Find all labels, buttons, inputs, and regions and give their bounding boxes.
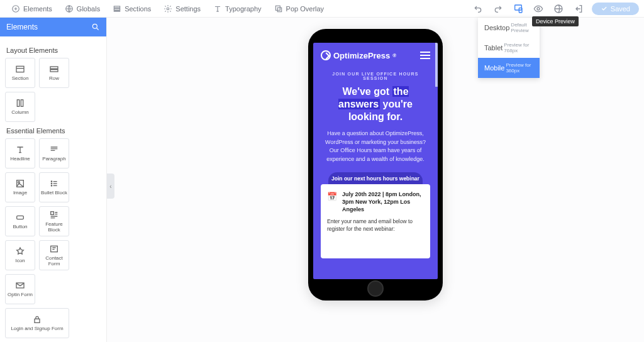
element-card[interactable]: Headline	[5, 138, 35, 168]
element-card[interactable]: Login and Signup Form	[5, 308, 69, 338]
toolbar-pop-overlay[interactable]: Pop Overlay	[268, 4, 331, 13]
type-icon	[213, 4, 222, 13]
element-card[interactable]: Column	[5, 92, 35, 122]
element-card-label: Icon	[15, 258, 25, 264]
undo-button[interactable]	[471, 2, 485, 16]
plus-circle-icon	[11, 4, 20, 13]
device-option-tablet[interactable]: Tablet Preview for 768px	[478, 38, 540, 58]
toolbar-label: Typography	[225, 5, 261, 13]
overlay-icon	[274, 4, 283, 13]
element-card[interactable]: Icon	[5, 240, 35, 270]
device-option-desktop[interactable]: Desktop Default Preview	[478, 18, 540, 38]
svg-rect-15	[50, 70, 58, 72]
svg-point-10	[537, 8, 540, 10]
element-card[interactable]: Bullet Block	[39, 172, 69, 202]
device-preview-dropdown: Device Preview Desktop Default Preview T…	[478, 18, 540, 78]
brand-logo: OptimizePress®	[321, 50, 396, 60]
elements-panel: Elements Layout ElementsSectionRowColumn…	[0, 18, 107, 342]
element-card[interactable]: Section	[5, 58, 35, 88]
svg-rect-3	[114, 8, 119, 9]
element-card[interactable]: Feature Block	[39, 206, 69, 236]
toolbar-sections[interactable]: Sections	[106, 4, 157, 13]
toolbar-typography[interactable]: Typography	[207, 4, 267, 13]
exit-button[interactable]	[572, 2, 586, 16]
svg-rect-24	[51, 211, 54, 214]
mail-icon	[15, 280, 25, 290]
globe-icon	[65, 4, 74, 13]
element-card-label: Feature Block	[41, 222, 67, 233]
element-card-label: Contact Form	[41, 256, 67, 267]
row-icon	[49, 64, 59, 74]
toolbar-globals[interactable]: Globals	[58, 4, 106, 13]
device-preview-button[interactable]	[511, 2, 525, 16]
svg-point-5	[167, 8, 170, 10]
element-card-label: Column	[11, 110, 29, 116]
panel-section-title: Layout Elements	[6, 47, 101, 54]
feature-icon	[49, 210, 59, 220]
element-card-label: Optin Form	[8, 292, 33, 298]
preview-cta-button[interactable]: Join our next hours hours webinar	[328, 172, 423, 185]
preview-button[interactable]	[531, 2, 545, 16]
publish-globe-button[interactable]	[552, 2, 565, 16]
preview-headline[interactable]: We've got the answers you're looking for…	[321, 86, 430, 123]
device-preview-tooltip: Device Preview	[532, 16, 579, 26]
hamburger-icon[interactable]	[420, 52, 430, 59]
mobile-preview-screen: OptimizePress® JOIN OUR LIVE OFFICE HOUR…	[313, 43, 438, 279]
brand-mark-icon	[321, 50, 331, 60]
paragraph-icon	[49, 145, 59, 155]
element-card-label: Paragraph	[42, 157, 65, 162]
toolbar-label: Globals	[77, 5, 100, 13]
svg-rect-17	[21, 100, 23, 107]
svg-rect-13	[16, 66, 24, 72]
image-icon	[15, 179, 25, 189]
preview-paragraph[interactable]: Have a question about OptimizePress, Wor…	[321, 130, 430, 163]
event-datetime: July 20th 2022 | 8pm London, 3pm New Yor…	[342, 190, 424, 213]
saved-label: Saved	[611, 5, 630, 13]
search-icon[interactable]	[91, 23, 100, 31]
svg-rect-4	[114, 10, 119, 11]
toolbar-elements[interactable]: Elements	[5, 4, 58, 13]
gear-icon	[164, 4, 172, 13]
element-card-label: Row	[49, 76, 59, 82]
svg-point-19	[18, 182, 20, 184]
top-toolbar: Elements Globals Sections Settings Typog…	[0, 0, 644, 18]
svg-rect-14	[50, 67, 58, 69]
element-card[interactable]: Button	[5, 206, 35, 236]
event-instructions: Enter your name and email below to regis…	[327, 218, 424, 233]
contact-icon	[49, 244, 59, 254]
element-card-label: Button	[13, 224, 27, 230]
element-card[interactable]: Optin Form	[5, 274, 35, 304]
saved-button[interactable]: Saved	[592, 3, 639, 15]
toolbar-settings[interactable]: Settings	[157, 4, 207, 13]
svg-rect-23	[17, 216, 24, 219]
column-icon	[15, 98, 25, 108]
svg-point-21	[51, 183, 52, 184]
lock-icon	[32, 314, 42, 324]
redo-button[interactable]	[491, 2, 505, 16]
element-card-label: Section	[12, 76, 29, 82]
rows-icon	[113, 4, 121, 13]
svg-point-20	[51, 181, 52, 182]
preview-event-card: 📅 July 20th 2022 | 8pm London, 3pm New Y…	[321, 184, 430, 258]
svg-point-22	[51, 185, 52, 186]
svg-rect-2	[114, 6, 119, 7]
element-card-label: Headline	[10, 157, 30, 162]
svg-rect-27	[35, 319, 40, 323]
element-card[interactable]: Paragraph	[39, 138, 69, 168]
toolbar-label: Pop Overlay	[286, 5, 325, 13]
element-card-label: Bullet Block	[41, 190, 67, 196]
element-card[interactable]: Contact Form	[39, 240, 69, 270]
toolbar-label: Sections	[125, 5, 151, 13]
svg-point-12	[92, 24, 97, 28]
panel-section-title: Essential Elements	[6, 127, 101, 135]
collapse-panel-handle[interactable]: ‹	[107, 174, 114, 199]
element-card[interactable]: Image	[5, 172, 35, 202]
device-option-mobile[interactable]: Mobile Preview for 360px	[478, 58, 540, 78]
elements-panel-title: Elements	[6, 23, 38, 31]
preview-eyebrow: JOIN OUR LIVE OFFICE HOURS SESSION	[321, 72, 430, 80]
bullets-icon	[49, 179, 59, 189]
element-card[interactable]: Row	[39, 58, 69, 88]
phone-mockup: OptimizePress® JOIN OUR LIVE OFFICE HOUR…	[308, 29, 443, 301]
phone-home-button	[367, 280, 384, 297]
check-icon	[601, 5, 608, 12]
